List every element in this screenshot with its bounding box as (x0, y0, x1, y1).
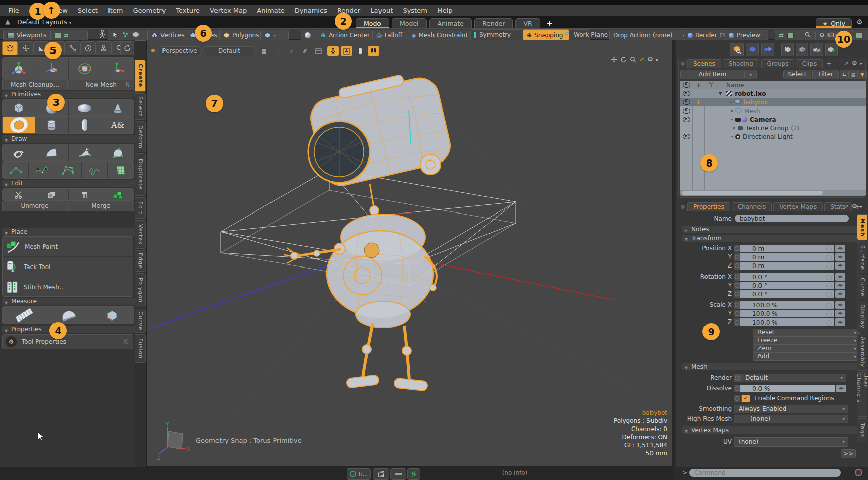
smoothing-dropdown[interactable]: Always Enabled▾ (734, 405, 848, 413)
action-center-button[interactable]: ⊕Action Center (317, 30, 377, 41)
tree-hscrollbar[interactable] (680, 190, 866, 196)
add-button[interactable]: Add▾ (753, 353, 860, 361)
copy-tool[interactable] (35, 189, 68, 200)
tab-groups[interactable]: Groups (761, 59, 795, 68)
time-tool-button[interactable] (80, 41, 96, 55)
mesh-paint-tool[interactable]: Mesh Paint (3, 237, 133, 257)
paste-tool[interactable] (69, 189, 101, 200)
torus-primitive-tool-active[interactable] (3, 117, 35, 133)
mini-slider-arrows[interactable]: ◀▶ (836, 385, 846, 392)
menu-texture[interactable]: Texture (171, 7, 205, 14)
right-tab-curve[interactable]: Curve (857, 275, 867, 299)
rotation-z-field[interactable]: 0.0 ° (740, 290, 834, 298)
item-name-input[interactable] (735, 215, 849, 222)
patch-curve-tool[interactable] (108, 162, 134, 178)
tab-properties[interactable]: Properties (687, 202, 730, 211)
eye-icon[interactable] (683, 108, 690, 114)
reset-button[interactable]: Reset▾ (753, 329, 860, 337)
collapse-caret[interactable]: ▼ (719, 91, 722, 96)
left-tab-select[interactable]: Select (135, 93, 146, 120)
mesh-constraint-button[interactable]: ◆Mesh Constraint (408, 30, 475, 41)
transform-section-header[interactable]: ▼Transform (682, 235, 865, 242)
channel-dot[interactable] (734, 318, 740, 326)
left-tab-create[interactable]: Create (135, 60, 146, 92)
mini-slider-arrows[interactable]: ◀▶ (835, 301, 845, 309)
tree-row-camera[interactable]: Camera (680, 115, 866, 124)
properties-panel-controls[interactable]: ↗⚙▸ (844, 203, 862, 210)
tab-vertex-maps[interactable]: Vertex Maps (773, 202, 823, 211)
duplicate-mesh-tool[interactable] (101, 189, 134, 200)
polygons-mode-button[interactable]: Polygons (219, 30, 265, 41)
menu-dynamics[interactable]: Dynamics (290, 7, 332, 14)
edit-section-header[interactable]: ▼Edit (2, 180, 142, 187)
arc-tool[interactable] (3, 162, 29, 178)
funnel-icon-button[interactable]: ▼ (858, 70, 867, 79)
expand-more-button[interactable]: >> (841, 449, 856, 458)
pie-surface-tool[interactable] (35, 144, 68, 161)
falloff-button[interactable]: ◎Falloff (372, 30, 413, 41)
capsule-primitive-tool[interactable] (69, 117, 101, 133)
channel-dot[interactable] (734, 374, 740, 382)
right-tab-user-channels[interactable]: User Channels (857, 372, 867, 417)
mesh-section-header[interactable]: ▼Mesh (682, 363, 865, 370)
item-list-panel-controls[interactable]: ↗⚙▸ (844, 60, 862, 67)
channel-dot[interactable] (734, 253, 740, 261)
new-mesh-button[interactable]: New MeshN (68, 80, 134, 90)
right-tab-mesh[interactable]: Mesh (857, 214, 867, 240)
model-tools-tab-button[interactable] (2, 41, 18, 55)
left-tab-deform[interactable]: Deform (135, 121, 146, 152)
preview-button[interactable]: Preview (725, 30, 768, 41)
menu-help[interactable]: Help (432, 7, 458, 14)
properties-section-header[interactable]: ▼Properties (2, 326, 142, 333)
position-y-field[interactable]: 0 m (740, 253, 834, 261)
tab-shading[interactable]: Shading (723, 59, 760, 68)
channel-dot[interactable] (734, 290, 740, 298)
menu-animate[interactable]: Animate (252, 7, 289, 14)
panel-toggle-button[interactable] (852, 30, 868, 41)
mini-slider-arrows[interactable]: ◀▶ (835, 290, 845, 298)
channel-dot[interactable] (734, 310, 740, 317)
select-button[interactable]: Select (783, 70, 811, 79)
tab-animate[interactable]: Animate (429, 18, 472, 28)
refresh-button[interactable] (120, 41, 134, 55)
tack-tool[interactable]: Tack Tool (3, 257, 133, 277)
channel-dot[interactable] (734, 385, 740, 392)
left-tab-fusion[interactable]: Fusion (135, 334, 146, 363)
scale-x-field[interactable]: 100.0 % (740, 301, 834, 309)
locator-search-button[interactable] (730, 43, 744, 56)
zero-button[interactable]: Zero▾ (753, 345, 860, 353)
cone-primitive-tool[interactable] (101, 100, 134, 116)
eye-icon[interactable] (683, 91, 690, 96)
snapping-button[interactable]: ⊕Snapping (523, 29, 569, 41)
scrollbar-thumb[interactable] (682, 191, 823, 195)
render-dropdown[interactable]: Default▾ (740, 374, 846, 382)
mini-slider-arrows[interactable]: ◀▶ (835, 282, 845, 289)
dissolve-slider-field[interactable]: 0.0 % (740, 385, 835, 392)
work-plane-button[interactable]: Work Plane (565, 30, 608, 39)
spline-tool[interactable] (55, 162, 81, 178)
hierarchy-icon-button[interactable]: ⇆ (840, 70, 849, 79)
stamp-tool-button[interactable] (96, 41, 112, 55)
viewport-layout-buttons[interactable]: ⇄ (50, 30, 88, 41)
left-tab-edge[interactable]: Edge (135, 250, 146, 272)
default-layouts-dropdown[interactable]: Default Layouts ▾ (17, 18, 71, 26)
gizmo-scale-tile[interactable] (101, 58, 134, 80)
stitch-mesh-tool[interactable]: Stitch Mesh... (3, 277, 133, 297)
timeline-button[interactable]: Ti... (347, 468, 371, 480)
move-tool-button[interactable] (18, 41, 33, 55)
gizmo-axis-tile[interactable] (35, 58, 68, 80)
tree-row-texture-group[interactable]: Texture Group (2) (680, 124, 866, 132)
tab-channels[interactable]: Channels (732, 202, 772, 211)
command-input[interactable] (689, 469, 841, 477)
notes-section-header[interactable]: ►Notes (682, 226, 865, 233)
tab-modo[interactable]: Modo (356, 18, 389, 28)
add-item-button[interactable]: Add Item (680, 70, 745, 79)
selection-mode-icons[interactable] (108, 30, 152, 41)
tree-row-scene[interactable]: ▼ robot.lxo (680, 89, 866, 98)
pinned-icon[interactable]: + (696, 98, 701, 106)
layers-button[interactable] (373, 468, 389, 480)
tab-clips[interactable]: Clips (796, 59, 823, 68)
channel-dot[interactable] (734, 301, 740, 309)
right-tab-tags[interactable]: Tags (857, 418, 867, 442)
filter-button[interactable]: Filter (812, 70, 839, 79)
